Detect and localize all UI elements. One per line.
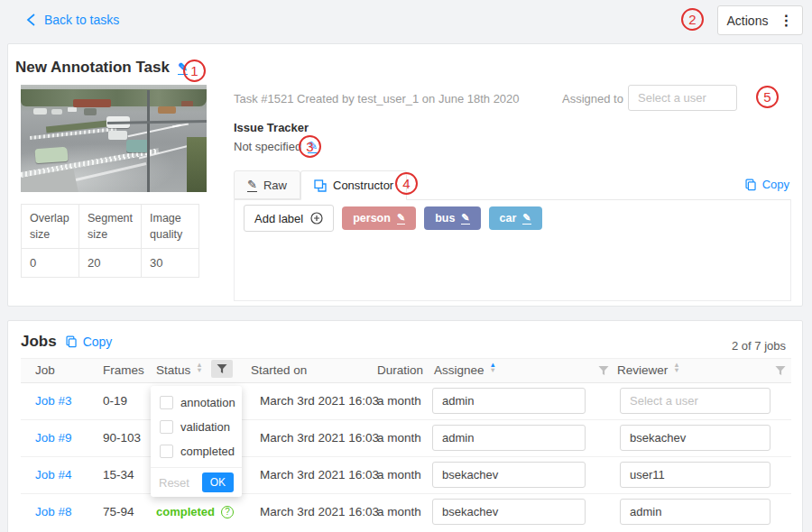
reviewer-input[interactable] xyxy=(620,425,770,451)
annotation-circle-4: 4 xyxy=(395,172,418,195)
back-to-tasks-link[interactable]: Back to tasks xyxy=(25,13,119,27)
back-to-tasks-label: Back to tasks xyxy=(44,13,119,27)
question-circle-icon[interactable]: ? xyxy=(221,506,234,518)
filter-footer: Reset OK xyxy=(151,467,242,497)
label-chip-text: car xyxy=(500,212,517,225)
label-chip-text: person xyxy=(353,212,391,225)
label-chip-person[interactable]: person ✎ xyxy=(342,206,416,230)
job-duration: a month xyxy=(377,505,421,518)
label-chip-bus[interactable]: bus ✎ xyxy=(424,206,480,230)
label-chip-car[interactable]: car ✎ xyxy=(489,206,542,230)
label-constructor: Add label person ✎ bus ✎ car ✎ xyxy=(234,199,791,301)
sort-carets-icon[interactable]: ▲▼ xyxy=(196,365,202,376)
assignee-input[interactable] xyxy=(432,462,586,488)
tab-constructor-label: Constructor xyxy=(333,179,393,192)
add-label-text: Add label xyxy=(254,212,303,225)
sort-carets-icon[interactable]: ▲▼ xyxy=(673,365,679,376)
task-title-text: New Annotation Task xyxy=(15,59,170,77)
copy-labels-label: Copy xyxy=(762,178,789,191)
reviewer-input[interactable] xyxy=(620,499,770,525)
filter-funnel-icon-status[interactable] xyxy=(211,360,233,378)
job-duration: a month xyxy=(377,394,421,408)
param-value: 20 xyxy=(79,249,142,278)
labels-tabs: ✎ Raw Constructor Copy xyxy=(234,170,791,200)
col-status[interactable]: Status ▲▼ xyxy=(156,363,203,377)
param-value: 30 xyxy=(142,249,199,278)
task-assignee-input[interactable] xyxy=(628,85,737,111)
param-value: 0 xyxy=(22,249,79,278)
job-duration: a month xyxy=(377,468,421,482)
job-status-text: completed xyxy=(156,505,215,518)
job-frames: 90-103 xyxy=(103,431,141,445)
jobs-title: Jobs xyxy=(21,333,57,351)
issue-tracker-label: Issue Tracker xyxy=(234,121,309,134)
actions-button[interactable]: Actions ⋮ xyxy=(717,5,803,35)
col-job: Job xyxy=(35,363,55,377)
col-frames: Frames xyxy=(103,363,144,377)
jobs-titlebar: Jobs Copy xyxy=(21,333,112,351)
plus-circle-icon xyxy=(310,212,323,225)
job-started: March 3rd 2021 16:03 xyxy=(260,394,379,408)
edit-label-icon[interactable]: ✎ xyxy=(397,213,405,225)
task-params-table: Overlap size Segment size Image quality … xyxy=(21,204,199,278)
filter-option-validation[interactable]: validation xyxy=(151,415,242,439)
filter-option-label: completed xyxy=(180,445,235,458)
annotation-circle-1: 1 xyxy=(183,60,206,82)
job-link[interactable]: Job #3 xyxy=(35,394,72,408)
filter-funnel-icon-assignee[interactable] xyxy=(598,365,609,376)
thumb-shape xyxy=(21,89,207,106)
actions-label: Actions xyxy=(727,14,769,28)
param-header: Overlap size xyxy=(22,205,79,249)
param-header: Segment size xyxy=(79,205,142,249)
sort-carets-icon[interactable]: ▲▼ xyxy=(490,365,496,376)
pencil-icon: ✎ xyxy=(247,179,257,192)
copy-labels-link[interactable]: Copy xyxy=(744,178,789,191)
copy-jobs-link[interactable]: Copy xyxy=(65,335,113,349)
assignee-input[interactable] xyxy=(432,425,586,451)
job-link[interactable]: Job #9 xyxy=(35,431,72,445)
thumb-shape xyxy=(108,131,127,140)
edit-label-icon[interactable]: ✎ xyxy=(522,213,531,225)
filter-option-annotation[interactable]: annotation xyxy=(151,390,242,415)
tab-raw-label: Raw xyxy=(263,179,287,192)
thumb-shape xyxy=(158,106,176,114)
reviewer-input[interactable] xyxy=(620,388,770,414)
filter-option-completed[interactable]: completed xyxy=(151,439,242,463)
col-assignee[interactable]: Assignee ▲▼ xyxy=(434,363,496,377)
copy-icon xyxy=(744,179,757,191)
thumb-shape xyxy=(181,101,193,106)
job-frames: 0-19 xyxy=(103,394,127,408)
checkbox-icon[interactable] xyxy=(160,396,173,409)
job-link[interactable]: Job #8 xyxy=(35,505,72,518)
filter-ok-button[interactable]: OK xyxy=(202,472,234,492)
assignee-input[interactable] xyxy=(432,388,586,414)
filter-funnel-icon-reviewer[interactable] xyxy=(775,365,786,376)
annotation-circle-3: 3 xyxy=(299,135,321,158)
col-duration: Duration xyxy=(377,363,423,377)
filter-reset-button[interactable]: Reset xyxy=(159,476,189,490)
add-label-button[interactable]: Add label xyxy=(244,205,334,232)
assignee-input[interactable] xyxy=(432,499,586,525)
checkbox-icon[interactable] xyxy=(160,445,173,458)
labels-flow: Add label person ✎ bus ✎ car ✎ xyxy=(244,205,542,232)
edit-label-icon[interactable]: ✎ xyxy=(461,213,469,225)
copy-icon xyxy=(65,335,78,348)
chevron-left-icon xyxy=(25,14,36,26)
reviewer-input[interactable] xyxy=(620,462,770,488)
job-frames: 15-34 xyxy=(103,468,134,482)
thumb-shape xyxy=(73,99,111,107)
col-reviewer[interactable]: Reviewer ▲▼ xyxy=(617,363,680,377)
tab-constructor[interactable]: Constructor xyxy=(300,170,407,200)
job-link[interactable]: Job #4 xyxy=(35,468,72,482)
block-icon xyxy=(314,179,327,192)
checkbox-icon[interactable] xyxy=(160,420,173,434)
thumb-shape xyxy=(33,108,47,115)
more-icon: ⋮ xyxy=(779,12,793,29)
tab-raw[interactable]: ✎ Raw xyxy=(234,170,300,199)
job-row: Job #4 15-34 March 3rd 2021 16:03 a mont… xyxy=(21,457,791,494)
col-status-label: Status xyxy=(156,363,190,377)
filter-option-label: annotation xyxy=(180,396,235,409)
job-status: completed ? xyxy=(156,505,234,518)
annotation-circle-5: 5 xyxy=(756,86,779,108)
jobs-count: 2 of 7 jobs xyxy=(732,339,786,353)
